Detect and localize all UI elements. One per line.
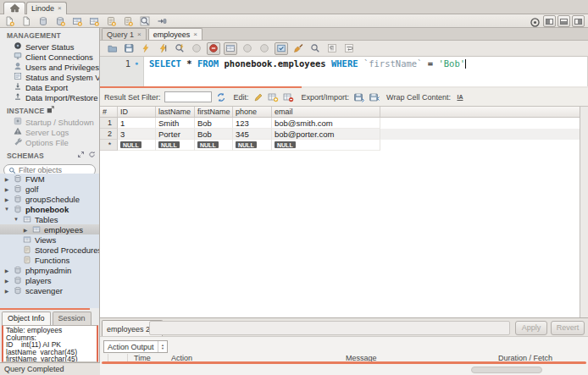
tree-item-tables[interactable]: ▼Tables: [0, 214, 100, 224]
sidebar-item-data-import-restore[interactable]: Data Import/Restore: [0, 92, 99, 102]
apply-button[interactable]: Apply: [515, 321, 547, 335]
tree-item-stored-procedures[interactable]: Stored Procedures: [0, 245, 100, 255]
tree-item-scavenger[interactable]: ▶scavenger: [0, 285, 100, 295]
tree-item-employees[interactable]: ▶employees: [0, 224, 100, 234]
tree-item-fwm[interactable]: ▶FWM: [0, 174, 100, 184]
invisibles-icon[interactable]: [325, 42, 339, 55]
sidebar-item-data-export[interactable]: Data Export: [0, 82, 99, 92]
sidebar-item-status-and-system-variables[interactable]: Status and System Variables: [0, 72, 99, 82]
tab-employees[interactable]: employees ×: [148, 28, 202, 40]
instance-actions-icon[interactable]: [47, 106, 54, 115]
result-grid[interactable]: #IDlastNamefirstNamephoneemail11SmithBob…: [100, 107, 580, 317]
grid-cell[interactable]: 1: [118, 118, 156, 129]
expand-schemas-icon[interactable]: [77, 151, 85, 160]
column-header-lastname[interactable]: lastName: [156, 107, 195, 117]
sidebar-item-server-logs[interactable]: Server Logs: [0, 127, 99, 137]
grid-cell[interactable]: Porter: [156, 129, 195, 140]
open-sql-script-icon[interactable]: [20, 15, 32, 27]
search-data-icon[interactable]: [139, 15, 151, 27]
limit-rows-icon[interactable]: [224, 42, 237, 55]
tree-item-views[interactable]: Views: [0, 234, 100, 245]
revert-button[interactable]: Revert: [551, 321, 585, 335]
tree-item-phpmyadmin[interactable]: ▶phpmyadmin: [0, 265, 100, 275]
home-tab[interactable]: [3, 2, 25, 14]
tree-item-players[interactable]: ▶players: [0, 275, 100, 285]
grid-cell[interactable]: Bob: [195, 118, 233, 129]
table-row-new[interactable]: *NULLNULLNULLNULLNULL: [100, 140, 580, 151]
sidebar-item-options-file[interactable]: Options File: [0, 137, 99, 147]
grid-cell[interactable]: bob@smith.com: [272, 118, 380, 129]
column-header-id[interactable]: ID: [118, 107, 156, 117]
wrap-text-icon[interactable]: [342, 42, 356, 55]
grid-cell[interactable]: NULL: [118, 140, 156, 151]
grid-cell[interactable]: 123: [233, 118, 272, 129]
import-records-icon[interactable]: [368, 91, 380, 102]
create-schema-icon[interactable]: [54, 15, 66, 27]
chevron-right-icon[interactable]: ▶: [3, 196, 10, 202]
connection-tab[interactable]: Linode ×: [26, 2, 67, 14]
tree-item-functions[interactable]: Functions: [0, 255, 100, 265]
insert-record-icon[interactable]: [268, 91, 280, 102]
create-procedure-icon[interactable]: [105, 15, 117, 27]
commit-icon[interactable]: [241, 42, 254, 55]
table-row[interactable]: 11SmithBob123bob@smith.com: [100, 118, 580, 129]
tab-query-1[interactable]: Query 1 ×: [102, 28, 147, 40]
tree-item-golf[interactable]: ▶golf: [0, 184, 100, 194]
grid-cell[interactable]: NULL: [272, 140, 380, 151]
sidebar-item-startup-shutdown[interactable]: Startup / Shutdown: [0, 117, 99, 127]
tree-item-phonebook[interactable]: ▼phonebook: [0, 204, 100, 214]
output-selector[interactable]: Action Output ▲▼: [103, 340, 168, 353]
gear-icon[interactable]: [530, 16, 541, 27]
refresh-schemas-icon[interactable]: [88, 151, 96, 160]
wrap-cell-content-icon[interactable]: IA: [454, 91, 466, 102]
create-view-icon[interactable]: [88, 15, 100, 27]
beautify-icon[interactable]: [291, 42, 305, 55]
column-header-email[interactable]: email: [272, 107, 380, 117]
schema-inspector-icon[interactable]: [37, 15, 49, 27]
result-filter-input[interactable]: [164, 91, 212, 102]
save-script-icon[interactable]: [122, 42, 136, 55]
column-header-firstname[interactable]: firstName: [195, 107, 233, 117]
autocommit-toggle-icon[interactable]: [275, 42, 288, 55]
sidebar-item-server-status[interactable]: Server Status: [0, 41, 99, 52]
execute-current-icon[interactable]: [156, 42, 169, 55]
export-records-icon[interactable]: [352, 91, 364, 102]
tab-session[interactable]: Session: [53, 312, 92, 325]
column-header-phone[interactable]: phone: [233, 107, 272, 117]
edit-record-icon[interactable]: [252, 91, 264, 102]
stop-icon[interactable]: [190, 42, 203, 55]
grid-scrollbar[interactable]: [580, 107, 588, 317]
table-row[interactable]: 23PorterBob345bob@porter.com: [100, 129, 580, 140]
chevron-down-icon[interactable]: ▼: [3, 207, 10, 212]
tab-object-info[interactable]: Object Info: [2, 312, 51, 325]
create-function-icon[interactable]: [122, 15, 134, 27]
chevron-right-icon[interactable]: ▶: [22, 227, 29, 233]
grid-cell[interactable]: NULL: [195, 140, 233, 151]
delete-record-icon[interactable]: [283, 91, 295, 102]
close-icon[interactable]: ×: [58, 5, 62, 12]
reconnect-dbms-icon[interactable]: [156, 15, 168, 27]
sidebar-item-client-connections[interactable]: Client Connections: [0, 52, 99, 62]
grid-cell[interactable]: NULL: [156, 140, 195, 151]
toggle-left-panel-icon[interactable]: [543, 15, 556, 27]
chevron-right-icon[interactable]: ▶: [3, 267, 10, 273]
sql-editor[interactable]: 1 ● SELECT * FROM phonebook.employees WH…: [100, 56, 588, 86]
chevron-down-icon[interactable]: ▼: [13, 217, 19, 222]
create-table-icon[interactable]: [71, 15, 83, 27]
sql-code-line[interactable]: SELECT * FROM phonebook.employees WHERE …: [149, 58, 466, 69]
sidebar-splitter-handle[interactable]: [0, 308, 90, 310]
horizontal-scrollbar-thumb[interactable]: [471, 367, 542, 373]
toggle-right-panel-icon[interactable]: [572, 15, 585, 27]
grid-cell[interactable]: NULL: [233, 140, 272, 151]
grid-cell[interactable]: 3: [118, 129, 156, 140]
close-icon[interactable]: ×: [193, 31, 197, 38]
new-query-tab-icon[interactable]: [3, 15, 15, 27]
grid-cell[interactable]: Smith: [156, 118, 195, 129]
sidebar-item-users-and-privileges[interactable]: Users and Privileges: [0, 62, 99, 72]
spinner-icon[interactable]: ▲▼: [158, 341, 167, 352]
grid-cell[interactable]: 345: [233, 129, 272, 140]
close-icon[interactable]: ×: [137, 31, 141, 38]
grid-cell[interactable]: bob@porter.com: [272, 129, 380, 140]
find-icon[interactable]: [308, 42, 322, 55]
output-splitter-handle[interactable]: [102, 361, 586, 364]
